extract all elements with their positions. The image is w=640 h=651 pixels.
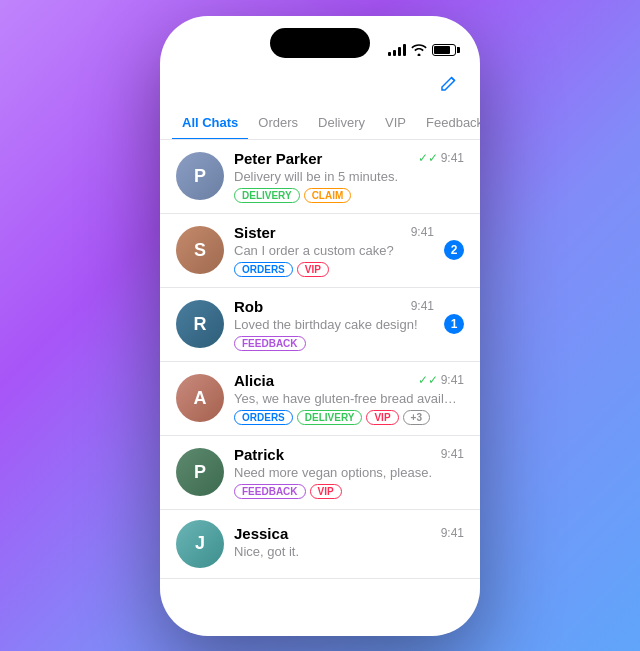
chat-time: ✓✓9:41 <box>418 151 464 165</box>
compose-button[interactable] <box>438 72 460 99</box>
tag-more: +3 <box>403 410 430 425</box>
tabs-bar: All Chats Orders Delivery VIP Feedback <box>160 107 480 140</box>
chat-message: Yes, we have gluten-free bread available… <box>234 391 464 406</box>
tag-vip: VIP <box>310 484 342 499</box>
tag-feedback: FEEDBACK <box>234 336 306 351</box>
tab-orders[interactable]: Orders <box>248 107 308 140</box>
tag-delivery: DELIVERY <box>297 410 363 425</box>
chat-tags: FEEDBACKVIP <box>234 484 464 499</box>
tag-orders: ORDERS <box>234 262 293 277</box>
chat-tags: FEEDBACK <box>234 336 434 351</box>
chat-item-sister[interactable]: SSister9:41Can I order a custom cake?ORD… <box>160 214 480 288</box>
chat-item-patrick[interactable]: PPatrick9:41Need more vegan options, ple… <box>160 436 480 510</box>
wifi-icon <box>411 44 427 56</box>
chat-tags: ORDERSDELIVERYVIP+3 <box>234 410 464 425</box>
chat-time: 9:41 <box>411 225 434 239</box>
tab-vip[interactable]: VIP <box>375 107 416 140</box>
tag-vip: VIP <box>366 410 398 425</box>
avatar: A <box>176 374 224 422</box>
chat-content: Patrick9:41Need more vegan options, plea… <box>234 446 464 499</box>
phone-frame: All Chats Orders Delivery VIP Feedback P… <box>160 16 480 636</box>
chat-tags: ORDERSVIP <box>234 262 434 277</box>
chat-tags: DELIVERYCLAIM <box>234 188 464 203</box>
unread-badge: 1 <box>444 314 464 334</box>
chat-content: Peter Parker✓✓9:41Delivery will be in 5 … <box>234 150 464 203</box>
unread-badge: 2 <box>444 240 464 260</box>
avatar: J <box>176 520 224 568</box>
chat-message: Can I order a custom cake? <box>234 243 434 258</box>
chat-content: Sister9:41Can I order a custom cake?ORDE… <box>234 224 434 277</box>
chat-list: PPeter Parker✓✓9:41Delivery will be in 5… <box>160 140 480 622</box>
tag-vip: VIP <box>297 262 329 277</box>
avatar: P <box>176 448 224 496</box>
header <box>160 68 480 107</box>
dynamic-island <box>270 28 370 58</box>
chat-time: 9:41 <box>411 299 434 313</box>
chat-name: Peter Parker <box>234 150 322 167</box>
chat-item-rob[interactable]: RRob9:41Loved the birthday cake design!F… <box>160 288 480 362</box>
tag-claim: CLAIM <box>304 188 352 203</box>
chat-name: Alicia <box>234 372 274 389</box>
avatar: R <box>176 300 224 348</box>
battery-icon <box>432 44 456 56</box>
tag-orders: ORDERS <box>234 410 293 425</box>
chat-name: Rob <box>234 298 263 315</box>
chat-message: Nice, got it. <box>234 544 464 559</box>
chat-content: Rob9:41Loved the birthday cake design!FE… <box>234 298 434 351</box>
chat-name: Jessica <box>234 525 288 542</box>
chat-time: 9:41 <box>441 526 464 540</box>
avatar: P <box>176 152 224 200</box>
chat-item-alicia[interactable]: AAlicia✓✓9:41Yes, we have gluten-free br… <box>160 362 480 436</box>
chat-content: Jessica9:41Nice, got it. <box>234 525 464 563</box>
status-icons <box>388 44 456 56</box>
chat-content: Alicia✓✓9:41Yes, we have gluten-free bre… <box>234 372 464 425</box>
tag-delivery: DELIVERY <box>234 188 300 203</box>
tag-feedback: FEEDBACK <box>234 484 306 499</box>
chat-time: 9:41 <box>441 447 464 461</box>
chat-item-peter[interactable]: PPeter Parker✓✓9:41Delivery will be in 5… <box>160 140 480 214</box>
chat-name: Patrick <box>234 446 284 463</box>
chat-time: ✓✓9:41 <box>418 373 464 387</box>
signal-icon <box>388 44 406 56</box>
chat-item-jessica[interactable]: JJessica9:41Nice, got it. <box>160 510 480 579</box>
tab-feedback[interactable]: Feedback <box>416 107 480 140</box>
tab-delivery[interactable]: Delivery <box>308 107 375 140</box>
chat-message: Loved the birthday cake design! <box>234 317 434 332</box>
chat-message: Need more vegan options, please. <box>234 465 464 480</box>
tab-all-chats[interactable]: All Chats <box>172 107 248 140</box>
avatar: S <box>176 226 224 274</box>
chat-message: Delivery will be in 5 minutes. <box>234 169 464 184</box>
chat-name: Sister <box>234 224 276 241</box>
